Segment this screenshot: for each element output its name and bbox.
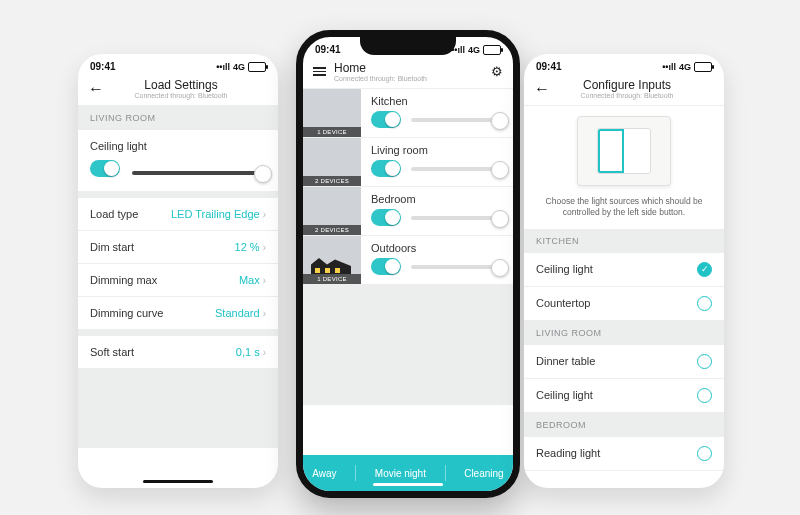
gear-icon[interactable]: ⚙ xyxy=(491,64,503,79)
room-thumbnail: 2 DEVICES xyxy=(303,187,361,235)
room-kitchen[interactable]: 1 DEVICE Kitchen xyxy=(303,89,513,138)
room-slider[interactable] xyxy=(411,167,503,171)
room-slider[interactable] xyxy=(411,265,503,269)
section-header-living-room: LIVING ROOM xyxy=(78,106,278,130)
signal-icon: ••ıll xyxy=(662,62,676,72)
switch-pad-right[interactable] xyxy=(624,129,650,173)
device-notch xyxy=(360,35,456,55)
header: Home Connected through: Bluetooth ⚙ xyxy=(303,57,513,89)
status-time: 09:41 xyxy=(315,44,341,55)
row-dimming-max[interactable]: Dimming maxMax› xyxy=(78,264,278,297)
switch-illustration xyxy=(577,116,671,186)
signal-icon: ••ıll xyxy=(216,62,230,72)
page-subtitle: Connected through: Bluetooth xyxy=(334,75,491,82)
page-title: Load Settings xyxy=(110,78,252,92)
option-living-ceiling[interactable]: Ceiling light xyxy=(524,379,724,413)
page-subtitle: Connected through: Bluetooth xyxy=(556,92,698,99)
network-label: 4G xyxy=(233,62,245,72)
room-toggle[interactable] xyxy=(371,209,401,226)
section-header-kitchen: KITCHEN xyxy=(524,229,724,253)
phone-configure-inputs: 09:41 ••ıll 4G ← Configure Inputs Connec… xyxy=(524,54,724,488)
instruction-text: Choose the light sources which should be… xyxy=(524,196,724,229)
back-icon[interactable]: ← xyxy=(534,80,550,98)
status-bar: 09:41 ••ıll 4G xyxy=(78,54,278,74)
page-title: Home xyxy=(334,61,491,75)
radio-icon xyxy=(697,354,712,369)
row-dimming-curve[interactable]: Dimming curveStandard› xyxy=(78,297,278,330)
phone-home: 09:41 ••ıll 4G Home Connected through: B… xyxy=(296,30,520,498)
room-bedroom[interactable]: 2 DEVICES Bedroom xyxy=(303,187,513,236)
battery-icon xyxy=(694,62,712,72)
row-load-type[interactable]: Load typeLED Trailing Edge› xyxy=(78,198,278,231)
switch-pad-left[interactable] xyxy=(598,129,624,173)
room-outdoors[interactable]: 1 DEVICE Outdoors xyxy=(303,236,513,285)
room-thumbnail: 1 DEVICE xyxy=(303,236,361,284)
room-slider[interactable] xyxy=(411,216,503,220)
option-kitchen-countertop[interactable]: Countertop xyxy=(524,287,724,321)
option-kitchen-ceiling[interactable]: Ceiling light✓ xyxy=(524,253,724,287)
scene-movie-night[interactable]: Movie night xyxy=(375,468,426,479)
radio-icon xyxy=(697,446,712,461)
home-indicator[interactable] xyxy=(143,480,213,483)
chevron-right-icon: › xyxy=(263,275,266,286)
chevron-right-icon: › xyxy=(263,347,266,358)
page-title: Configure Inputs xyxy=(556,78,698,92)
device-name: Ceiling light xyxy=(90,140,266,152)
check-icon: ✓ xyxy=(697,262,712,277)
header: ← Configure Inputs Connected through: Bl… xyxy=(524,74,724,106)
option-bedroom-reading[interactable]: Reading light xyxy=(524,437,724,471)
room-toggle[interactable] xyxy=(371,258,401,275)
room-toggle[interactable] xyxy=(371,160,401,177)
status-time: 09:41 xyxy=(536,61,562,72)
battery-icon xyxy=(483,45,501,55)
header: ← Load Settings Connected through: Bluet… xyxy=(78,74,278,106)
home-indicator[interactable] xyxy=(373,483,443,486)
chevron-right-icon: › xyxy=(263,242,266,253)
radio-icon xyxy=(697,296,712,311)
scene-cleaning[interactable]: Cleaning xyxy=(464,468,503,479)
option-living-dinner[interactable]: Dinner table xyxy=(524,345,724,379)
room-slider[interactable] xyxy=(411,118,503,122)
status-bar: 09:41 ••ıll 4G xyxy=(524,54,724,74)
radio-icon xyxy=(697,388,712,403)
room-living-room[interactable]: 2 DEVICES Living room xyxy=(303,138,513,187)
room-thumbnail: 2 DEVICES xyxy=(303,138,361,186)
brightness-slider[interactable] xyxy=(132,171,266,175)
menu-icon[interactable] xyxy=(313,67,326,76)
row-soft-start[interactable]: Soft start0,1 s› xyxy=(78,336,278,368)
row-dim-start[interactable]: Dim start12 %› xyxy=(78,231,278,264)
room-thumbnail: 1 DEVICE xyxy=(303,89,361,137)
status-time: 09:41 xyxy=(90,61,116,72)
back-icon[interactable]: ← xyxy=(88,80,104,98)
page-subtitle: Connected through: Bluetooth xyxy=(110,92,252,99)
scene-away[interactable]: Away xyxy=(312,468,336,479)
phone-load-settings: 09:41 ••ıll 4G ← Load Settings Connected… xyxy=(78,54,278,488)
section-header-bedroom: BEDROOM xyxy=(524,413,724,437)
battery-icon xyxy=(248,62,266,72)
device-toggle[interactable] xyxy=(90,160,120,177)
room-toggle[interactable] xyxy=(371,111,401,128)
chevron-right-icon: › xyxy=(263,209,266,220)
chevron-right-icon: › xyxy=(263,308,266,319)
section-header-living-room: LIVING ROOM xyxy=(524,321,724,345)
